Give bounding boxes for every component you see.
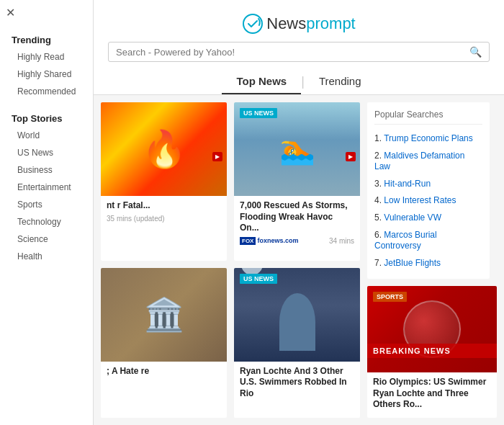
foxnews-text: foxnews.com	[257, 237, 298, 244]
popular-searches: Popular Searches 1. Trump Economic Plans…	[367, 102, 490, 279]
news-card-title-olympics: Rio Olympics: US Swimmer Ryan Lochte and…	[373, 377, 491, 411]
fire-icon: 🔥	[142, 128, 186, 170]
news-card-meta-flood: FOX foxnews.com 34 mins	[240, 237, 354, 245]
building-icon: 🏛️	[144, 295, 184, 334]
sidebar-item-science[interactable]: Science	[0, 231, 93, 248]
news-card-body-olympics: Rio Olympics: US Swimmer Ryan Lochte and…	[367, 372, 497, 418]
logo-icon	[242, 13, 264, 35]
news-card-body-lochte: Ryan Lochte And 3 Other U.S. Swimmers Ro…	[234, 362, 360, 419]
breaking-news-banner: BREAKING NEWS	[367, 344, 497, 358]
sidebar-item-health[interactable]: Health	[0, 248, 93, 265]
close-button[interactable]: ✕	[6, 6, 15, 19]
tabs: Top News | Trending	[108, 69, 490, 94]
search-bar: 🔍	[108, 42, 490, 62]
news-card-olympics[interactable]: SPORTS BREAKING NEWS Rio Olympics: US Sw…	[367, 286, 497, 418]
sidebar-item-highly-shared[interactable]: Highly Shared	[0, 66, 93, 83]
popular-item-1[interactable]: 1. Trump Economic Plans	[374, 130, 482, 148]
news-card-title-flood: 7,000 Rescued As Storms, Flooding Wreak …	[240, 200, 354, 234]
main-content: Newsprompt 🔍 Top News | Trending 🔥 ▶ nt	[94, 0, 504, 425]
sidebar-item-recommended[interactable]: Recommended	[0, 83, 93, 100]
video-icon-flood: ▶	[346, 152, 356, 161]
tab-top-news[interactable]: Top News	[222, 69, 301, 94]
news-card-image-fire: 🔥 ▶	[101, 102, 227, 196]
sidebar-item-entertainment[interactable]: Entertainment	[0, 179, 93, 196]
video-icon: ▶	[212, 152, 222, 161]
news-card-image-olympics: SPORTS BREAKING NEWS	[367, 286, 497, 372]
popular-item-7[interactable]: 7. JetBlue Flights	[374, 255, 482, 272]
sidebar-item-business[interactable]: Business	[0, 161, 93, 179]
header: Newsprompt 🔍 Top News | Trending	[94, 0, 504, 95]
sidebar-item-technology[interactable]: Technology	[0, 213, 93, 231]
sports-badge: SPORTS	[373, 292, 407, 302]
sidebar: ✕ Trending Highly Read Highly Shared Rec…	[0, 0, 94, 425]
news-card-image-lochte: US NEWS	[234, 268, 360, 362]
logo-prompt: prompt	[306, 14, 355, 32]
news-card-body-flood: 7,000 Rescued As Storms, Flooding Wreak …	[234, 196, 360, 261]
news-grid: 🔥 ▶ nt r Fatal... 35 mins (updated) US N…	[101, 102, 360, 418]
sidebar-item-world[interactable]: World	[0, 127, 93, 144]
popular-item-6[interactable]: 6. Marcos Burial Controversy	[374, 227, 482, 255]
news-card-flood[interactable]: US NEWS 🏊 ▶ 7,000 Rescued As Storms, Flo…	[234, 102, 360, 261]
person-body	[279, 293, 315, 351]
popular-item-4[interactable]: 4. Low Interest Rates	[374, 192, 482, 210]
popular-item-3[interactable]: 3. Hit-and-Run	[374, 176, 482, 193]
sidebar-section-trending: Trending	[0, 29, 93, 48]
us-news-badge: US NEWS	[240, 108, 277, 118]
news-card-hate[interactable]: 🏛️ ; A Hate re	[101, 268, 227, 419]
news-card-time: 35 mins (updated)	[107, 215, 165, 223]
search-icon[interactable]: 🔍	[469, 46, 482, 58]
news-card-lochte[interactable]: US NEWS Ryan Lochte And 3 Other U.S. Swi…	[234, 268, 360, 419]
us-news-badge-lochte: US NEWS	[240, 274, 277, 284]
news-card-body: nt r Fatal... 35 mins (updated)	[101, 196, 227, 261]
news-card-image-flood: US NEWS 🏊 ▶	[234, 102, 360, 196]
logo-area: Newsprompt	[108, 7, 490, 42]
news-card-title-hate: ; A Hate re	[107, 366, 221, 377]
news-card-fire[interactable]: 🔥 ▶ nt r Fatal... 35 mins (updated)	[101, 102, 227, 261]
search-input[interactable]	[116, 47, 469, 58]
sidebar-item-us-news[interactable]: US News	[0, 144, 93, 161]
news-card-meta: 35 mins (updated)	[107, 215, 221, 223]
foxnews-logo: FOX foxnews.com	[240, 237, 298, 245]
foxnews-box: FOX	[240, 237, 256, 245]
news-card-title-lochte: Ryan Lochte And 3 Other U.S. Swimmers Ro…	[240, 366, 354, 400]
popular-searches-title: Popular Searches	[374, 109, 482, 125]
content-area: 🔥 ▶ nt r Fatal... 35 mins (updated) US N…	[94, 95, 504, 425]
right-column: Popular Searches 1. Trump Economic Plans…	[367, 102, 497, 418]
news-card-time-flood: 34 mins	[329, 237, 354, 245]
news-card-image-hate: 🏛️	[101, 268, 227, 362]
news-card-body-hate: ; A Hate re	[101, 362, 227, 419]
news-card-title: nt r Fatal...	[107, 200, 221, 212]
sidebar-section-top-stories: Top Stories	[0, 107, 93, 127]
logo-text: Newsprompt	[266, 14, 356, 33]
popular-item-2[interactable]: 2. Maldives Defamation Law	[374, 148, 482, 176]
sidebar-item-sports[interactable]: Sports	[0, 196, 93, 213]
flood-icon: 🏊	[279, 133, 315, 166]
logo-news: News	[266, 14, 306, 32]
sidebar-item-highly-read[interactable]: Highly Read	[0, 48, 93, 66]
tab-trending[interactable]: Trending	[305, 69, 376, 94]
popular-item-5[interactable]: 5. Vulnerable VW	[374, 210, 482, 227]
